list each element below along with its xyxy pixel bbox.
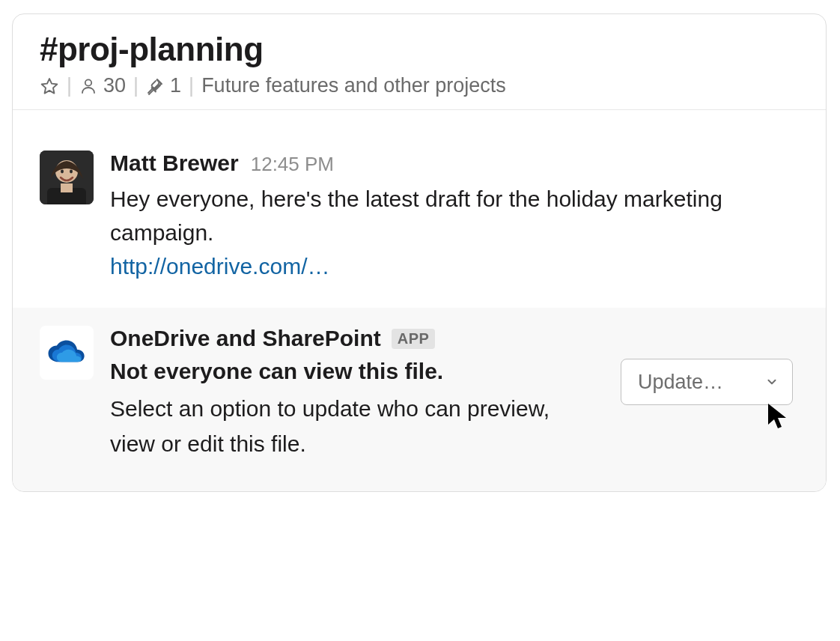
message-link[interactable]: http://onedrive.com/… <box>110 254 799 279</box>
channel-card: #proj-planning | 30 | 1 | Future feature… <box>12 13 827 492</box>
app-attachment: OneDrive and SharePoint APP Not everyone… <box>13 308 826 491</box>
onedrive-icon <box>40 326 94 380</box>
attachment-description: Select an option to update who can previ… <box>110 392 589 461</box>
message-timestamp[interactable]: 12:45 PM <box>251 153 334 176</box>
channel-name[interactable]: #proj-planning <box>40 31 799 68</box>
message-text: Hey everyone, here's the latest draft fo… <box>110 182 769 249</box>
message-content: Matt Brewer 12:45 PM Hey everyone, here'… <box>110 151 799 279</box>
avatar[interactable] <box>40 151 94 204</box>
attachment-header: OneDrive and SharePoint APP <box>110 326 604 351</box>
update-dropdown[interactable]: Update… <box>621 359 793 405</box>
pin-icon[interactable] <box>146 76 164 96</box>
message-list: Matt Brewer 12:45 PM Hey everyone, here'… <box>13 110 826 491</box>
chevron-down-icon <box>765 371 779 394</box>
svg-point-4 <box>61 170 64 174</box>
app-badge: APP <box>392 329 436 349</box>
svg-point-5 <box>70 170 73 174</box>
channel-meta: | 30 | 1 | Future features and other pro… <box>40 76 799 96</box>
message-header: Matt Brewer 12:45 PM <box>110 151 799 176</box>
svg-marker-0 <box>42 79 58 94</box>
message-author[interactable]: Matt Brewer <box>110 151 239 176</box>
meta-divider: | <box>187 76 195 96</box>
dropdown-label: Update… <box>638 371 723 394</box>
pin-count[interactable]: 1 <box>170 76 181 96</box>
star-icon[interactable] <box>40 76 59 96</box>
message: Matt Brewer 12:45 PM Hey everyone, here'… <box>13 128 826 302</box>
meta-divider: | <box>132 76 140 96</box>
meta-divider: | <box>65 76 73 96</box>
app-name[interactable]: OneDrive and SharePoint <box>110 326 381 351</box>
svg-rect-7 <box>61 183 73 192</box>
channel-topic[interactable]: Future features and other projects <box>201 76 506 96</box>
svg-point-1 <box>85 79 91 85</box>
attachment-title: Not everyone can view this file. <box>110 359 604 384</box>
person-icon[interactable] <box>79 76 97 96</box>
channel-header: #proj-planning | 30 | 1 | Future feature… <box>13 14 826 110</box>
member-count[interactable]: 30 <box>103 76 126 96</box>
